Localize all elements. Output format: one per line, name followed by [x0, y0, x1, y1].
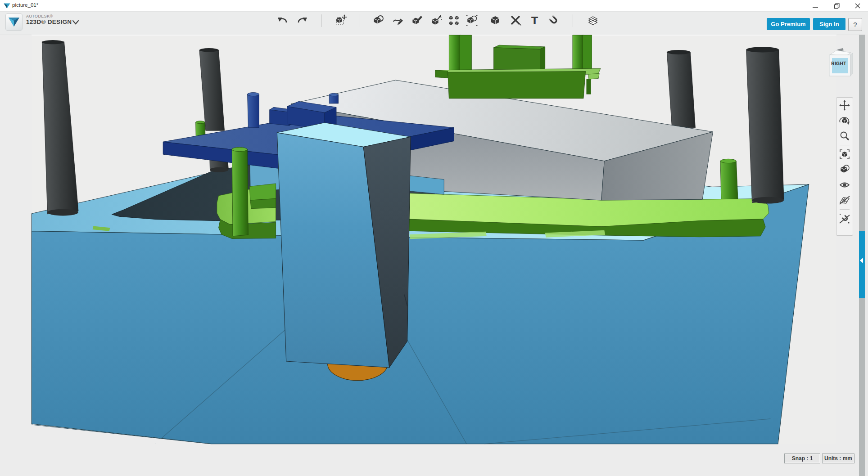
pan-icon[interactable]: [839, 99, 850, 111]
model-scene[interactable]: [0, 35, 868, 476]
hide-grid-icon[interactable]: [839, 194, 850, 206]
construct-icon[interactable]: [411, 14, 423, 26]
toolbar-separator: [573, 14, 573, 27]
hide-snap-icon[interactable]: [839, 213, 850, 225]
guide-post-top: [667, 50, 690, 54]
view-cube[interactable]: RIGHT: [826, 47, 854, 80]
view-cube-face-label[interactable]: RIGHT: [830, 61, 848, 66]
toolbar-separator: [321, 14, 322, 27]
sketch-icon[interactable]: [392, 14, 404, 26]
guide-post-top: [199, 48, 219, 52]
units-setting[interactable]: Units : mm: [822, 454, 854, 463]
material-icon[interactable]: [587, 14, 599, 26]
redo-icon[interactable]: [297, 14, 308, 26]
svg-text:T: T: [531, 15, 538, 26]
navy-pin-top[interactable]: [248, 93, 259, 96]
help-button[interactable]: ?: [848, 18, 862, 31]
side-panel-thumb[interactable]: [859, 231, 865, 298]
green-tower-post[interactable]: [573, 35, 583, 71]
close-icon[interactable]: [847, 0, 868, 11]
guide-post[interactable]: [746, 49, 784, 202]
green-tower-box-right[interactable]: [540, 47, 545, 71]
collapse-arrow-icon: [860, 258, 863, 263]
undo-icon[interactable]: [276, 14, 288, 26]
pattern-icon[interactable]: [448, 14, 460, 26]
green-tower-plate-wing[interactable]: [588, 73, 599, 79]
green-step-front[interactable]: [250, 198, 276, 208]
green-tower-slab-tab[interactable]: [586, 79, 591, 94]
nav-separator: [840, 209, 850, 210]
hide-show-eye-icon[interactable]: [839, 179, 850, 191]
chevron-down-icon[interactable]: [72, 20, 79, 25]
title-bar: picture_01*: [0, 0, 868, 12]
snap-magnet-icon[interactable]: [548, 14, 560, 26]
navy-block-small-front[interactable]: [270, 110, 289, 126]
modify-icon[interactable]: [431, 14, 443, 26]
brand-123d-design: 123D® DESIGN: [26, 19, 72, 26]
primitives-icon[interactable]: [372, 14, 384, 26]
green-tower-post[interactable]: [460, 35, 471, 71]
green-pin-top[interactable]: [196, 121, 205, 124]
guide-post[interactable]: [667, 52, 695, 128]
navy-pin[interactable]: [248, 94, 259, 128]
orbit-icon[interactable]: [839, 115, 850, 126]
green-post-tall[interactable]: [232, 149, 248, 236]
measure-icon[interactable]: [510, 14, 521, 26]
main-toolbar: AUTODESK® 123D® DESIGN: [0, 12, 868, 35]
green-tower-plate-wing[interactable]: [435, 70, 448, 78]
combine-icon[interactable]: [489, 14, 501, 26]
brand-text: AUTODESK® 123D® DESIGN: [26, 14, 72, 26]
go-premium-button[interactable]: Go Premium: [767, 18, 810, 30]
navy-pin-top[interactable]: [329, 93, 338, 96]
guide-post-top: [42, 40, 63, 44]
material-shade-icon[interactable]: [839, 164, 850, 175]
snap-setting[interactable]: Snap : 1: [784, 454, 820, 463]
app-logo[interactable]: [5, 13, 23, 31]
transform-move-icon[interactable]: [335, 14, 347, 26]
app-icon: [4, 3, 10, 9]
window-right-margin: [865, 35, 868, 476]
grouping-icon[interactable]: [466, 14, 478, 26]
3d-viewport[interactable]: RIGHT: [0, 35, 868, 476]
guide-post-bottom: [752, 197, 784, 204]
guide-post-bottom: [47, 209, 78, 216]
zoom-icon[interactable]: [839, 130, 850, 142]
green-post-top[interactable]: [720, 159, 736, 163]
green-tower-slab-front[interactable]: [448, 72, 586, 99]
restore-button[interactable]: [827, 0, 847, 11]
navigation-toolbar: [836, 97, 853, 236]
guide-post-top: [746, 47, 779, 52]
green-post-tall-top[interactable]: [232, 147, 247, 151]
viewport-top-highlight: [32, 35, 836, 36]
sign-in-button[interactable]: Sign In: [813, 18, 845, 30]
guide-post-stub-bottom: [210, 167, 228, 172]
fit-view-icon[interactable]: [839, 148, 850, 160]
toolbar-separator: [360, 14, 360, 27]
green-tower-post[interactable]: [449, 35, 461, 71]
green-post[interactable]: [720, 161, 738, 201]
green-step-top[interactable]: [249, 184, 276, 200]
minimize-button[interactable]: [805, 0, 826, 11]
green-tower-post[interactable]: [583, 35, 592, 71]
text-icon[interactable]: T: [529, 14, 541, 26]
nav-separator: [840, 145, 850, 145]
green-tower-box-front[interactable]: [494, 48, 540, 71]
document-title: picture_01*: [12, 2, 38, 8]
